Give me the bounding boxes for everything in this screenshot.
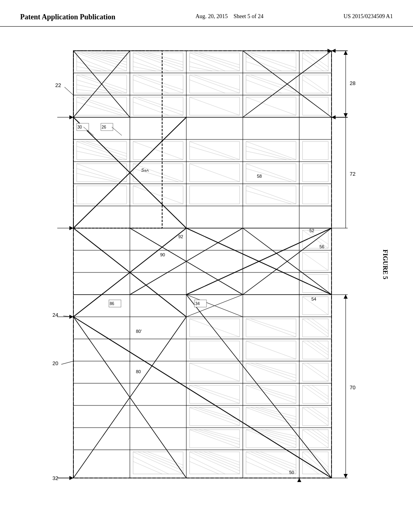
svg-text:26: 26 (102, 125, 106, 129)
svg-text:70: 70 (350, 384, 355, 391)
svg-text:S: S (141, 168, 144, 172)
figure-area: 28 72 70 22 24 20 32 26 30 S eA 58 52 56… (41, 43, 372, 486)
svg-text:72: 72 (350, 171, 355, 177)
svg-text:30: 30 (77, 125, 82, 129)
figure-diagram: 28 72 70 22 24 20 32 26 30 S eA 58 52 56… (41, 43, 372, 486)
svg-text:56: 56 (319, 244, 324, 249)
svg-text:28: 28 (350, 80, 355, 86)
svg-text:22: 22 (55, 82, 61, 88)
svg-text:eA: eA (144, 168, 149, 172)
svg-text:24: 24 (52, 312, 58, 318)
svg-text:32: 32 (52, 475, 58, 481)
svg-text:50: 50 (289, 470, 294, 475)
svg-rect-0 (41, 43, 372, 486)
svg-text:80': 80' (136, 329, 142, 334)
publication-date-sheet: Aug. 20, 2015 Sheet 5 of 24 (196, 12, 263, 21)
publication-title: Patent Application Publication (20, 12, 115, 22)
patent-number: US 2015/0234509 A1 (344, 12, 393, 21)
page-header: Patent Application Publication Aug. 20, … (0, 0, 413, 27)
figure-label: FIGURE 5 (382, 249, 389, 279)
svg-text:92: 92 (178, 234, 183, 239)
svg-text:54: 54 (311, 297, 316, 301)
svg-text:52: 52 (309, 228, 314, 233)
svg-text:80: 80 (136, 369, 141, 374)
publication-date: Aug. 20, 2015 (196, 13, 228, 19)
sheet-number: Sheet 5 of 24 (234, 13, 263, 19)
svg-text:34: 34 (195, 301, 200, 306)
svg-text:20: 20 (52, 360, 58, 366)
svg-text:86: 86 (110, 301, 115, 306)
svg-text:58: 58 (257, 174, 262, 179)
svg-text:90: 90 (160, 252, 165, 257)
